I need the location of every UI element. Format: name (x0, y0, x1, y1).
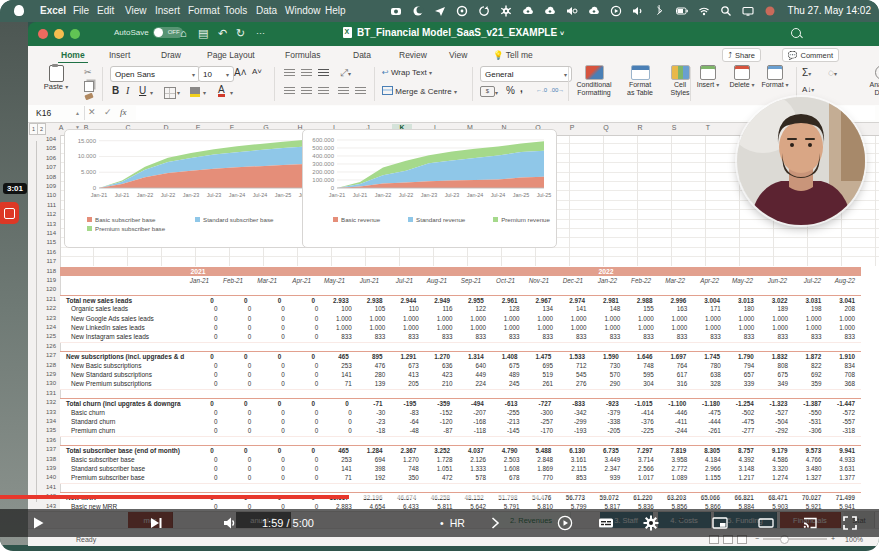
cell[interactable]: 148 (593, 304, 627, 313)
cell[interactable]: 1.000 (693, 314, 727, 323)
cell[interactable]: -83 (391, 408, 425, 417)
cell[interactable]: 253 (324, 361, 358, 370)
cell[interactable]: 675 (492, 361, 526, 370)
subscriber-base-chart[interactable]: 05.00010.00015.000Jan-21Jul-21Jan-22Jul-… (64, 129, 319, 248)
cell[interactable]: 71 (324, 379, 358, 388)
display-menubar-icon[interactable] (740, 4, 755, 18)
comment-button[interactable]: 💬Comment (782, 48, 840, 62)
cell[interactable]: 0 (257, 361, 291, 370)
cell[interactable]: -531 (794, 417, 828, 426)
cell[interactable]: 0 (291, 361, 325, 370)
share-button[interactable]: ⤴Share (722, 48, 761, 62)
row-header-110[interactable]: 110 (40, 192, 56, 198)
cell[interactable]: 1.608 (492, 464, 526, 473)
cloud-menubar-icon[interactable] (586, 4, 601, 18)
cell[interactable]: 198 (794, 304, 828, 313)
cell[interactable]: 1.000 (760, 323, 794, 332)
cell[interactable]: 1.089 (660, 473, 694, 482)
cell[interactable]: 368 (827, 379, 861, 388)
month-header[interactable]: Jan-21 (181, 276, 215, 285)
align-left-icon[interactable] (284, 87, 295, 95)
play-icon[interactable] (30, 515, 46, 531)
cell[interactable]: 833 (760, 332, 794, 341)
row-header-122[interactable]: 122 (40, 305, 56, 311)
cell[interactable]: 2.566 (626, 464, 660, 473)
cell[interactable]: 0 (224, 455, 258, 464)
cell[interactable]: 2.347 (593, 464, 627, 473)
row-header-119[interactable]: 119 (40, 277, 56, 283)
ribbon-tab-review[interactable]: Review (396, 48, 430, 62)
cell[interactable]: 0 (190, 370, 224, 379)
cell[interactable]: 3.631 (827, 464, 861, 473)
cell[interactable]: 617 (660, 370, 694, 379)
cell[interactable]: 350 (391, 473, 425, 482)
cell[interactable]: 692 (794, 370, 828, 379)
row-header-125[interactable]: 125 (40, 333, 56, 339)
row-header-131[interactable]: 131 (40, 390, 56, 396)
row-header-112[interactable]: 112 (40, 211, 56, 217)
cell[interactable]: 1.728 (425, 455, 459, 464)
cell[interactable]: -18 (358, 426, 392, 435)
cell[interactable]: -118 (458, 426, 492, 435)
align-center-icon[interactable] (301, 87, 312, 95)
cell[interactable]: 141 (324, 464, 358, 473)
month-header[interactable]: Oct-21 (487, 276, 521, 285)
row-label[interactable]: Standard churn (60, 417, 190, 426)
cell[interactable]: 1.000 (526, 323, 560, 332)
cell[interactable]: -338 (593, 417, 627, 426)
cell[interactable]: 0 (224, 379, 258, 388)
cell[interactable]: 1.000 (593, 323, 627, 332)
cell[interactable]: 1.000 (827, 314, 861, 323)
align-right-icon[interactable] (318, 87, 329, 95)
cell[interactable]: 2.772 (660, 464, 694, 473)
cell[interactable]: 1.327 (794, 473, 828, 482)
cell[interactable]: 833 (727, 332, 761, 341)
cell[interactable]: 280 (358, 370, 392, 379)
cell[interactable]: 1.217 (727, 473, 761, 482)
cell[interactable]: 0 (224, 426, 258, 435)
cell[interactable]: 695 (526, 361, 560, 370)
month-header[interactable]: Dec-21 (555, 276, 589, 285)
row-header-105[interactable]: 105 (40, 145, 56, 151)
cell[interactable]: 276 (559, 379, 593, 388)
row-header-115[interactable]: 115 (40, 239, 56, 245)
month-header[interactable]: May-21 (317, 276, 351, 285)
outline-level-2-button[interactable]: 2 (37, 123, 46, 135)
row-header-114[interactable]: 114 (40, 230, 56, 236)
number-format-select[interactable]: General▾ (480, 66, 572, 82)
revenue-chart[interactable]: 0100.000200.000300.000400.000500.000600.… (302, 129, 557, 248)
cell[interactable]: 4.766 (794, 455, 828, 464)
cell[interactable]: 0 (190, 314, 224, 323)
cell[interactable]: 208 (827, 304, 861, 313)
font-color-icon[interactable]: A (218, 85, 225, 97)
ribbon-tab-draw[interactable]: Draw (158, 48, 184, 62)
settings-gear-icon[interactable] (643, 515, 659, 531)
cell[interactable]: 192 (358, 473, 392, 482)
cell[interactable]: -379 (593, 408, 627, 417)
row-label[interactable]: Premium subscriber base (60, 473, 190, 482)
cell[interactable]: -261 (693, 426, 727, 435)
increase-font-icon[interactable]: A˄ (234, 67, 247, 78)
row-header-140[interactable]: 140 (40, 474, 56, 480)
formula-enter-icon[interactable]: ✓ (104, 107, 112, 117)
cell[interactable]: 545 (559, 370, 593, 379)
month-header[interactable]: Jun-22 (759, 276, 793, 285)
cell[interactable]: 2.126 (458, 455, 492, 464)
cell[interactable]: 476 (358, 361, 392, 370)
cell[interactable]: 1.051 (425, 464, 459, 473)
row-header-127[interactable]: 127 (40, 352, 56, 358)
search-menubar-icon[interactable] (718, 4, 733, 18)
gear-menubar-icon[interactable] (498, 4, 513, 18)
cell[interactable]: 0 (291, 304, 325, 313)
cast-icon[interactable] (802, 515, 818, 531)
cell[interactable]: 822 (794, 361, 828, 370)
cell[interactable]: 0 (291, 314, 325, 323)
cell[interactable]: 833 (794, 332, 828, 341)
decrease-decimal-icon[interactable]: .00→ (550, 87, 564, 93)
cell[interactable]: 1.000 (559, 323, 593, 332)
cell[interactable]: 163 (660, 304, 694, 313)
cell[interactable]: 1.377 (827, 473, 861, 482)
cell[interactable]: 205 (391, 379, 425, 388)
cell[interactable]: 1.000 (727, 323, 761, 332)
formula-cancel-icon[interactable]: ✕ (88, 107, 96, 117)
